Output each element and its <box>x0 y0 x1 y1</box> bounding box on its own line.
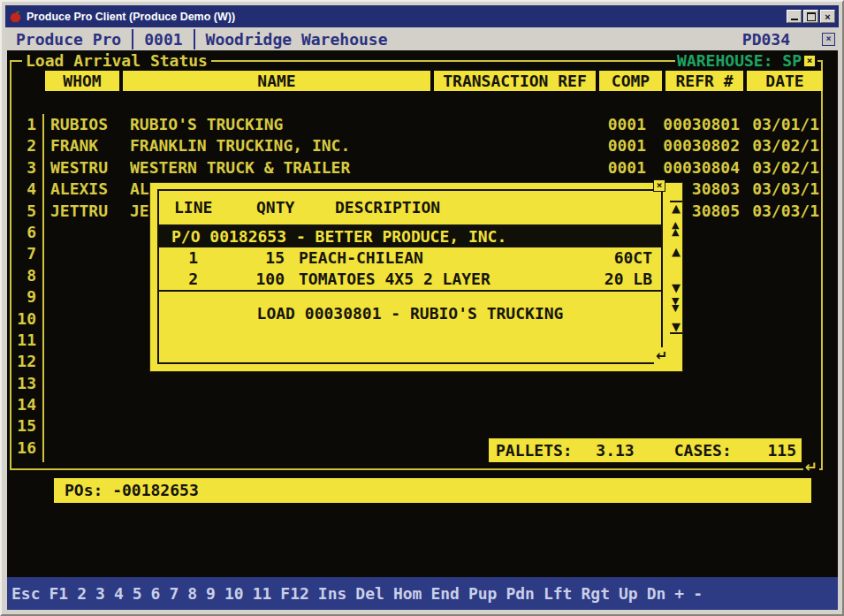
row-gap <box>36 114 50 135</box>
warehouse-indicator: WAREHOUSE: SP × <box>675 51 817 70</box>
function-key[interactable]: 8 <box>187 584 197 603</box>
column-header-refr: REFR # <box>665 71 743 91</box>
app-header: Produce Pro 0001 Woodridge Warehouse PD0… <box>5 29 839 49</box>
function-key[interactable]: - <box>693 584 703 603</box>
popup-column-header: LINE QNTY DESCRIPTION <box>159 191 661 224</box>
table-row[interactable]: 3 WESTRU WESTERN TRUCK & TRAILER 0001 00… <box>11 157 823 179</box>
column-header-transaction-ref: TRANSACTION REF <box>434 71 596 91</box>
function-key[interactable]: Esc <box>11 584 41 603</box>
scroll-down-icon[interactable]: ▼ <box>670 281 682 294</box>
function-key[interactable]: End <box>430 584 460 603</box>
function-key[interactable]: Del <box>355 584 384 603</box>
cell-whom <box>50 373 130 394</box>
cell-date: 03/01/1 <box>740 114 823 135</box>
item-line: 2 <box>159 269 198 290</box>
popup-item-row[interactable]: 1 15 PEACH-CHILEAN 60CT <box>159 247 661 269</box>
cell-comp <box>593 373 655 394</box>
company-code: 0001 <box>133 30 193 49</box>
function-key[interactable]: Up <box>619 584 638 603</box>
cell-refr: 00030804 <box>655 157 740 179</box>
function-key[interactable]: Hom <box>393 584 422 603</box>
cell-date: 03/02/1 <box>740 135 823 156</box>
table-row[interactable]: 13 <box>11 373 823 394</box>
popup-column-line: LINE <box>174 191 256 224</box>
row-number: 12 <box>11 351 36 372</box>
row-gap <box>36 179 50 200</box>
table-row[interactable]: 2 FRANK FRANKLIN TRUCKING, INC. 0001 000… <box>11 135 823 156</box>
cell-whom <box>50 222 130 243</box>
function-key[interactable]: 2 <box>77 584 87 603</box>
maximize-button[interactable] <box>803 10 818 23</box>
function-key[interactable]: Rgt <box>581 584 610 603</box>
function-key[interactable]: 4 <box>114 584 124 603</box>
function-key[interactable]: F12 <box>280 584 309 603</box>
header-close-icon[interactable]: × <box>822 33 835 46</box>
table-row[interactable]: 1 RUBIOS RUBIO'S TRUCKING 0001 00030801 … <box>11 114 823 135</box>
cell-whom <box>50 308 130 330</box>
function-key[interactable]: 3 <box>95 584 105 603</box>
popup-frame: LINE QNTY DESCRIPTION P/O 00182653 - BET… <box>157 189 663 364</box>
cell-comp: 0001 <box>593 114 655 135</box>
row-number: 10 <box>11 308 36 330</box>
cell-refr <box>655 415 740 437</box>
title-bar[interactable]: Produce Pro Client (Produce Demo (W)) × <box>5 5 839 27</box>
table-row[interactable]: 14 <box>11 394 823 415</box>
cell-name <box>130 415 593 437</box>
scroll-page-up-icon[interactable]: ▲▲ <box>672 222 679 236</box>
popup-close-icon[interactable]: × <box>653 179 665 192</box>
function-key[interactable]: 6 <box>151 584 161 603</box>
function-key[interactable]: Lft <box>544 584 573 603</box>
function-key[interactable]: Pup <box>468 584 498 603</box>
table-row[interactable]: 15 <box>11 415 823 437</box>
popup-item-row[interactable]: 2 100 TOMATOES 4X5 2 LAYER 20 LB <box>159 269 661 290</box>
cell-whom <box>50 243 130 264</box>
po-header-row[interactable]: P/O 00182653 - BETTER PRODUCE, INC. <box>159 226 661 247</box>
function-key[interactable]: F1 <box>49 584 69 603</box>
function-key[interactable]: 11 <box>253 584 272 603</box>
function-key[interactable]: 7 <box>169 584 179 603</box>
cell-date: 03/02/1 <box>740 157 823 179</box>
cell-whom <box>50 286 130 308</box>
cell-refr: 00030802 <box>655 135 740 156</box>
row-number: 9 <box>11 286 36 308</box>
popup-return-icon: ↵ <box>654 347 669 364</box>
cases-value: 115 <box>732 441 802 460</box>
scroll-page-down-icon[interactable]: ▼▼ <box>672 298 679 312</box>
function-key[interactable]: Ins <box>318 584 347 603</box>
minimize-button[interactable] <box>787 10 802 23</box>
row-gap <box>36 135 50 156</box>
row-gap <box>36 201 50 222</box>
item-unit: 20 LB <box>604 269 661 290</box>
scroll-bottom-icon[interactable]: ▼ <box>670 321 682 334</box>
cell-whom <box>50 351 130 372</box>
cell-name: WESTERN TRUCK & TRAILER <box>130 157 593 179</box>
scroll-top-icon[interactable]: ▲ <box>670 201 682 214</box>
cell-date <box>740 308 823 330</box>
close-button[interactable]: × <box>820 10 835 23</box>
function-key[interactable]: 5 <box>133 584 142 603</box>
cell-whom: WESTRU <box>50 157 130 179</box>
row-gap <box>36 308 50 330</box>
cell-comp <box>593 415 655 437</box>
function-key[interactable]: + <box>674 584 684 603</box>
table-header: WHOM NAME TRANSACTION REF COMP REFR # DA… <box>45 71 823 91</box>
popup-item-list: P/O 00182653 - BETTER PRODUCE, INC. 1 15… <box>159 226 661 290</box>
cell-date <box>740 330 823 351</box>
item-description: PEACH-CHILEAN <box>299 247 614 269</box>
function-key[interactable]: 10 <box>224 584 244 603</box>
function-key[interactable]: Dn <box>647 584 666 603</box>
item-unit: 60CT <box>614 247 661 269</box>
function-key[interactable]: 9 <box>206 584 216 603</box>
column-header-whom: WHOM <box>45 71 119 91</box>
pallets-value: 3.13 <box>573 441 635 460</box>
row-number: 4 <box>11 179 36 200</box>
maximize-icon <box>807 12 816 21</box>
frame-close-icon[interactable]: × <box>803 55 816 67</box>
warehouse-label: WAREHOUSE: SP <box>677 51 802 70</box>
cell-refr <box>655 394 740 415</box>
function-key[interactable]: Pdn <box>506 584 535 603</box>
cell-date <box>740 351 823 372</box>
scroll-up-icon[interactable]: ▲ <box>670 245 682 258</box>
row-number: 8 <box>11 265 36 286</box>
cases-label: CASES: <box>674 441 732 460</box>
